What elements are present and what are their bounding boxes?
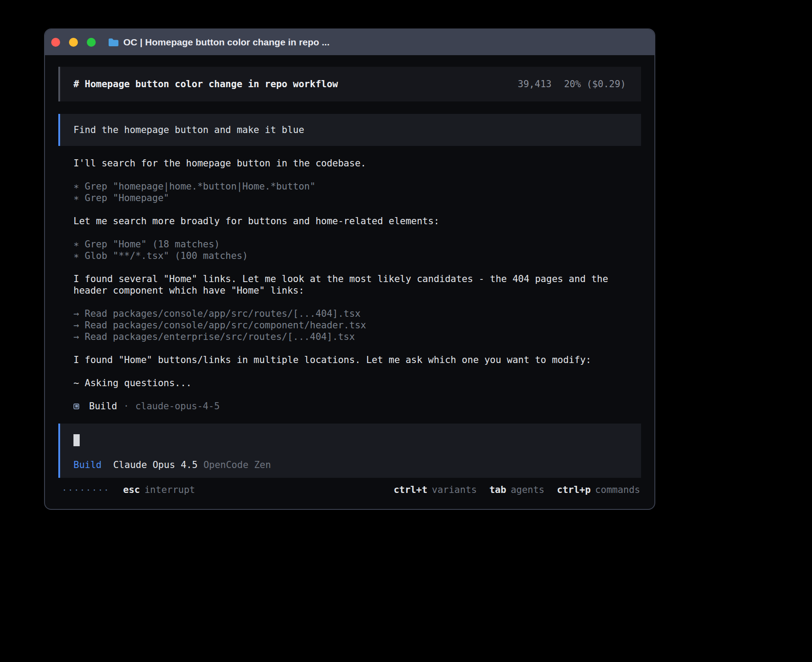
close-button[interactable] [51, 38, 60, 47]
shortcut-key: ctrl+p [557, 484, 591, 496]
spinner-dots: ········ [62, 484, 110, 496]
shortcut-label: commands [595, 484, 640, 496]
status-bar-left: ········ esc interrupt [62, 484, 195, 496]
titlebar[interactable]: OC | Homepage button color change in rep… [45, 29, 654, 55]
shortcut-key: tab [489, 484, 506, 496]
read-tool-group: → Read packages/console/app/src/routes/[… [73, 308, 641, 343]
traffic-lights [51, 38, 96, 47]
assistant-ask-text: I found "Home" buttons/links in multiple… [73, 354, 640, 366]
user-message: Find the homepage button and make it blu… [58, 114, 641, 146]
session-title: # Homepage button color change in repo w… [73, 78, 338, 90]
window-title: OC | Homepage button color change in rep… [123, 37, 329, 48]
shortcut-agents: tab agents [489, 484, 544, 496]
read-tool-call: → Read packages/enterprise/src/routes/[.… [73, 331, 641, 343]
assistant-intro-text: I'll search for the homepage button in t… [73, 157, 640, 169]
agent-model: claude-opus-4-5 [135, 400, 220, 412]
agent-row: Build · claude-opus-4-5 [73, 400, 641, 412]
user-message-text: Find the homepage button and make it blu… [73, 124, 304, 136]
assistant-found-links-text: I found several "Home" links. Let me loo… [73, 273, 640, 296]
read-tool-call: → Read packages/console/app/src/routes/[… [73, 308, 641, 319]
shortcut-variants: ctrl+t variants [394, 484, 477, 496]
agent-name: Build [89, 400, 117, 412]
context-usage: 20% ($0.29) [564, 78, 626, 90]
agent-separator: · [123, 400, 129, 412]
assistant-broaden-text: Let me search more broadly for buttons a… [73, 215, 640, 227]
provider-label: OpenCode Zen [203, 459, 271, 471]
shortcut-key: ctrl+t [394, 484, 427, 496]
zoom-button[interactable] [87, 38, 96, 47]
shortcut-commands: ctrl+p commands [557, 484, 640, 496]
terminal-window: OC | Homepage button color change in rep… [44, 28, 655, 510]
status-bar-right: ctrl+t variants tab agents ctrl+p comman… [394, 484, 640, 496]
status-bar: ········ esc interrupt ctrl+t variants t… [58, 484, 641, 496]
input-footer: Build Claude Opus 4.5 OpenCode Zen [73, 459, 628, 471]
mode-label[interactable]: Build [73, 459, 102, 471]
glob-tool-call: ∗ Glob "**/*.tsx" (100 matches) [73, 250, 641, 262]
grep-tool-call: ∗ Grep "Homepage" [73, 192, 641, 204]
session-header: # Homepage button color change in repo w… [58, 67, 641, 101]
text-cursor [73, 434, 80, 446]
terminal-content: # Homepage button color change in repo w… [45, 55, 654, 496]
tool-call-group: ∗ Grep "Home" (18 matches) ∗ Glob "**/*.… [73, 238, 641, 262]
shortcut-label: agents [511, 484, 544, 496]
minimize-button[interactable] [69, 38, 78, 47]
token-count: 39,413 [518, 78, 552, 90]
build-agent-icon [73, 404, 79, 409]
prompt-input[interactable]: Build Claude Opus 4.5 OpenCode Zen [58, 424, 641, 478]
session-stats: 39,413 20% ($0.29) [518, 78, 626, 90]
model-label[interactable]: Claude Opus 4.5 [113, 459, 198, 471]
assistant-status-text: ~ Asking questions... [73, 377, 640, 389]
grep-tool-call: ∗ Grep "Home" (18 matches) [73, 238, 641, 250]
folder-icon [108, 38, 119, 47]
tool-call-group: ∗ Grep "homepage|home.*button|Home.*butt… [73, 181, 641, 204]
grep-tool-call: ∗ Grep "homepage|home.*button|Home.*butt… [73, 181, 641, 192]
esc-key-label: interrupt [144, 484, 195, 496]
esc-key-hint: esc [123, 484, 140, 496]
shortcut-label: variants [432, 484, 477, 496]
read-tool-call: → Read packages/console/app/src/componen… [73, 319, 641, 331]
